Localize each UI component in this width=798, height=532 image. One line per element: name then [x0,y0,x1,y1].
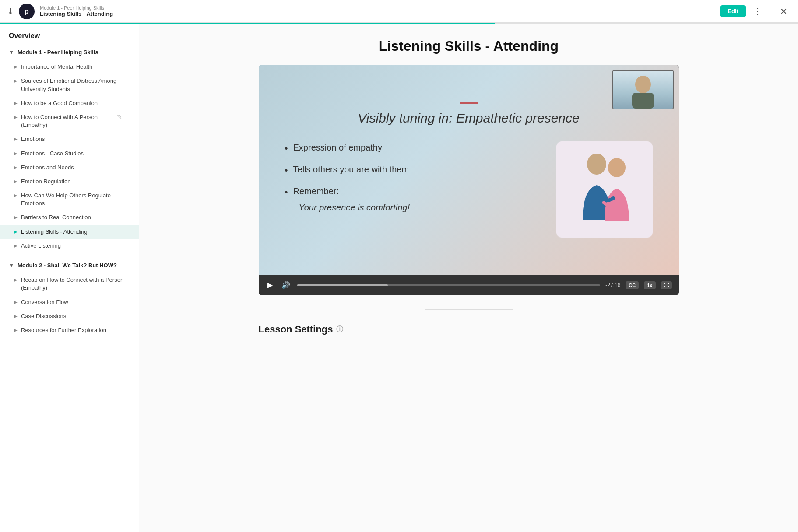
play-icon: ▶ [14,151,18,156]
video-progress-track[interactable] [297,284,601,286]
main-layout: Overview ▼ Module 1 - Peer Helping Skill… [0,24,798,532]
close-button[interactable]: ✕ [777,4,791,18]
sidebar: Overview ▼ Module 1 - Peer Helping Skill… [0,24,139,532]
lesson-item-importance[interactable]: ▶ Importance of Mental Health [0,60,139,74]
topbar-divider [771,5,771,18]
title-accent [460,102,478,104]
lesson-item-case-discussions[interactable]: ▶ Case Discussions [0,309,139,323]
lesson-item-emotions-case[interactable]: ▶ Emotions - Case Studies [0,147,139,161]
speed-button[interactable]: 1x [644,281,655,289]
lesson-item-active-listening[interactable]: ▶ Active Listening [0,239,139,253]
video-progress-fill [297,284,388,286]
play-icon: ▶ [14,193,18,198]
edit-button[interactable]: Edit [720,5,746,17]
bullet-dot: • [285,164,288,176]
topbar-lesson-label: Listening Skills - Attending [40,10,113,17]
lesson-item-connect[interactable]: ▶ How to Connect with A Person (Empathy)… [0,110,139,132]
video-time: -27:16 [605,282,620,288]
play-icon: ▶ [14,215,18,220]
play-icon: ▶ [14,314,18,318]
camera-person [613,71,673,108]
bullet-dot: • [285,142,288,154]
topbar-module-label: Module 1 - Peer Helping Skills [40,5,113,10]
volume-button[interactable]: 🔊 [280,279,292,291]
lesson-item-sources[interactable]: ▶ Sources of Emotional Distress Among Un… [0,74,139,96]
topbar-right: Edit ⋮ ✕ [720,4,791,18]
video-slide: Visibly tuning in: Empathetic presence •… [259,65,679,275]
svg-point-2 [587,154,606,175]
more-icon[interactable]: ⋮ [124,113,130,120]
svg-rect-1 [632,93,654,108]
lesson-item-help-regulate[interactable]: ▶ How Can We Help Others Regulate Emotio… [0,189,139,210]
svg-point-3 [608,158,626,177]
lesson-settings-title: Lesson Settings ⓘ [259,324,679,335]
chevron-down-icon: ▼ [9,49,14,56]
sidebar-header: Overview [0,24,139,45]
module1-label: Module 1 - Peer Helping Skills [18,49,98,56]
people-illustration [565,146,644,233]
lesson-item-companion[interactable]: ▶ How to be a Good Companion [0,96,139,110]
play-icon: ▶ [14,229,18,234]
module1-title[interactable]: ▼ Module 1 - Peer Helping Skills [0,45,139,60]
camera-overlay [612,70,674,109]
video-controls: ▶ 🔊 -27:16 CC 1x ⛶ [259,275,679,295]
lesson-settings-section: Lesson Settings ⓘ [259,324,679,335]
lesson-item-listening-attending[interactable]: ▶ Listening Skills - Attending [0,225,139,239]
lesson-item-conversation-flow[interactable]: ▶ Conversation Flow [0,295,139,309]
slide-bullets: • Expression of empathy • Tells others y… [285,141,539,221]
module-group-1: ▼ Module 1 - Peer Helping Skills ▶ Impor… [0,45,139,258]
play-icon: ▶ [14,328,18,332]
slide-illustration [556,141,653,238]
video-player: Visibly tuning in: Empathetic presence •… [259,65,679,295]
play-icon: ▶ [14,165,18,170]
chevron-down-icon: ▼ [9,262,14,269]
topbar: ⤓ p Module 1 - Peer Helping Skills Liste… [0,0,798,23]
lesson-item-emotions[interactable]: ▶ Emotions [0,132,139,146]
fullscreen-button[interactable]: ⛶ [661,281,672,289]
section-divider [425,309,513,310]
more-options-button[interactable]: ⋮ [750,4,766,18]
play-icon: ▶ [14,136,18,141]
app-logo: p [19,4,35,19]
slide-sub-text: Your presence is comforting! [299,203,539,213]
lesson-item-recap[interactable]: ▶ Recap on How to Connect with a Person … [0,273,139,295]
play-icon: ▶ [14,300,18,304]
topbar-left: ⤓ p Module 1 - Peer Helping Skills Liste… [7,4,113,19]
cursor-icon: ⤓ [7,7,14,16]
page-title: Listening Skills - Attending [157,38,780,54]
svg-point-0 [635,76,651,93]
close-icon: ✕ [780,6,787,17]
bullet-2: • Tells others you are with them [285,163,539,176]
module2-title[interactable]: ▼ Module 2 - Shall We Talk? But HOW? [0,258,139,273]
lesson-item-emotions-needs[interactable]: ▶ Emotions and Needs [0,161,139,175]
topbar-title: Module 1 - Peer Helping Skills Listening… [40,5,113,17]
play-icon: ▶ [14,243,18,248]
lesson-item-emotion-regulation[interactable]: ▶ Emotion Regulation [0,175,139,189]
play-icon: ▶ [14,115,18,119]
bullet-1: • Expression of empathy [285,141,539,154]
module2-label: Module 2 - Shall We Talk? But HOW? [18,262,117,270]
edit-icon[interactable]: ✎ [117,113,122,120]
play-button[interactable]: ▶ [266,279,274,291]
info-icon: ⓘ [336,325,343,334]
person-silhouette [621,74,665,108]
play-icon: ▶ [14,64,18,69]
lesson-item-barriers[interactable]: ▶ Barriers to Real Connection [0,210,139,224]
play-icon: ▶ [14,101,18,105]
slide-title-area: Visibly tuning in: Empathetic presence [285,102,653,126]
bullet-dot: • [285,186,288,198]
cc-button[interactable]: CC [626,281,639,289]
content-area: Listening Skills - Attending [139,24,798,532]
slide-title: Visibly tuning in: Empathetic presence [358,111,579,125]
lesson-item-actions: ✎ ⋮ [117,113,130,120]
more-icon: ⋮ [753,6,762,17]
play-icon: ▶ [14,78,18,83]
module-group-2: ▼ Module 2 - Shall We Talk? But HOW? ▶ R… [0,258,139,343]
lesson-item-resources[interactable]: ▶ Resources for Further Exploration [0,323,139,337]
play-icon: ▶ [14,179,18,184]
slide-content: • Expression of empathy • Tells others y… [285,141,653,238]
play-icon: ▶ [14,277,18,282]
bullet-3: • Remember: [285,185,539,198]
